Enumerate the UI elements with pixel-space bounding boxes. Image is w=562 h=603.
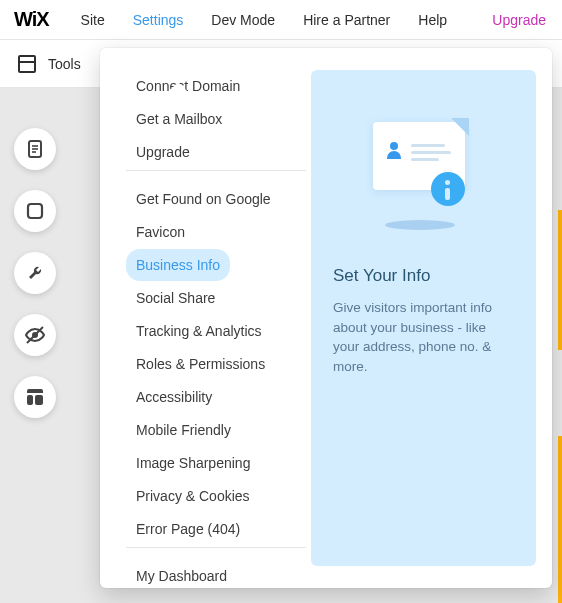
page-icon [25, 139, 45, 159]
nav-help[interactable]: Help [404, 12, 461, 28]
menu-error-page[interactable]: Error Page (404) [126, 513, 250, 545]
document-fold-icon [451, 118, 469, 136]
menu-image-sharpening[interactable]: Image Sharpening [126, 447, 260, 479]
person-icon [387, 142, 405, 160]
nav-upgrade[interactable]: Upgrade [490, 12, 548, 28]
menu-get-mailbox[interactable]: Get a Mailbox [126, 103, 232, 135]
menu-privacy-cookies[interactable]: Privacy & Cookies [126, 480, 260, 512]
menu-connect-domain[interactable]: Connect Domain [126, 70, 250, 102]
preview-illustration [369, 108, 479, 218]
right-accent [558, 210, 562, 350]
settings-menu-list: Connect Domain Get a Mailbox Upgrade Get… [116, 70, 311, 566]
menu-business-info[interactable]: Business Info [126, 249, 230, 281]
layout-tool-button[interactable] [14, 376, 56, 418]
menu-tracking-analytics[interactable]: Tracking & Analytics [126, 315, 272, 347]
menu-accessibility[interactable]: Accessibility [126, 381, 222, 413]
menu-upgrade[interactable]: Upgrade [126, 136, 200, 168]
eye-off-icon [24, 324, 46, 346]
page-manager-button[interactable] [14, 128, 56, 170]
left-tool-column [14, 128, 56, 418]
menu-divider [126, 547, 306, 548]
preview-title: Set Your Info [333, 266, 430, 286]
hide-visibility-button[interactable] [14, 314, 56, 356]
layout-grid-icon [25, 387, 45, 407]
preview-description: Give visitors important info about your … [333, 298, 514, 376]
svg-rect-4 [28, 204, 42, 218]
background-button[interactable] [14, 190, 56, 232]
settings-tool-button[interactable] [14, 252, 56, 294]
shadow-icon [385, 220, 455, 230]
nav-settings[interactable]: Settings [119, 12, 198, 28]
menu-social-share[interactable]: Social Share [126, 282, 225, 314]
layout-icon [18, 55, 36, 73]
wix-logo: WiX [14, 7, 49, 31]
menu-roles-permissions[interactable]: Roles & Permissions [126, 348, 275, 380]
top-navbar: WiX Site Settings Dev Mode Hire a Partne… [0, 0, 562, 40]
nav-dev-mode[interactable]: Dev Mode [197, 12, 289, 28]
info-icon [431, 172, 465, 206]
wrench-icon [25, 263, 45, 283]
settings-group-1: Connect Domain Get a Mailbox Upgrade [126, 70, 307, 168]
settings-group-2: Get Found on Google Favicon Business Inf… [126, 183, 307, 545]
nav-site[interactable]: Site [67, 12, 119, 28]
square-icon [25, 201, 45, 221]
menu-get-found-google[interactable]: Get Found on Google [126, 183, 281, 215]
menu-my-dashboard[interactable]: My Dashboard [126, 560, 237, 592]
svg-rect-8 [35, 395, 43, 405]
nav-hire-partner[interactable]: Hire a Partner [289, 12, 404, 28]
right-accent [558, 436, 562, 603]
dropdown-caret [168, 82, 188, 92]
menu-favicon[interactable]: Favicon [126, 216, 195, 248]
tools-label[interactable]: Tools [48, 56, 81, 72]
settings-group-3: My Dashboard [126, 560, 307, 592]
svg-rect-7 [27, 395, 33, 405]
settings-dropdown: Connect Domain Get a Mailbox Upgrade Get… [100, 48, 552, 588]
menu-mobile-friendly[interactable]: Mobile Friendly [126, 414, 241, 446]
text-lines-icon [411, 144, 451, 161]
menu-divider [126, 170, 306, 171]
settings-preview-panel: Set Your Info Give visitors important in… [311, 70, 536, 566]
